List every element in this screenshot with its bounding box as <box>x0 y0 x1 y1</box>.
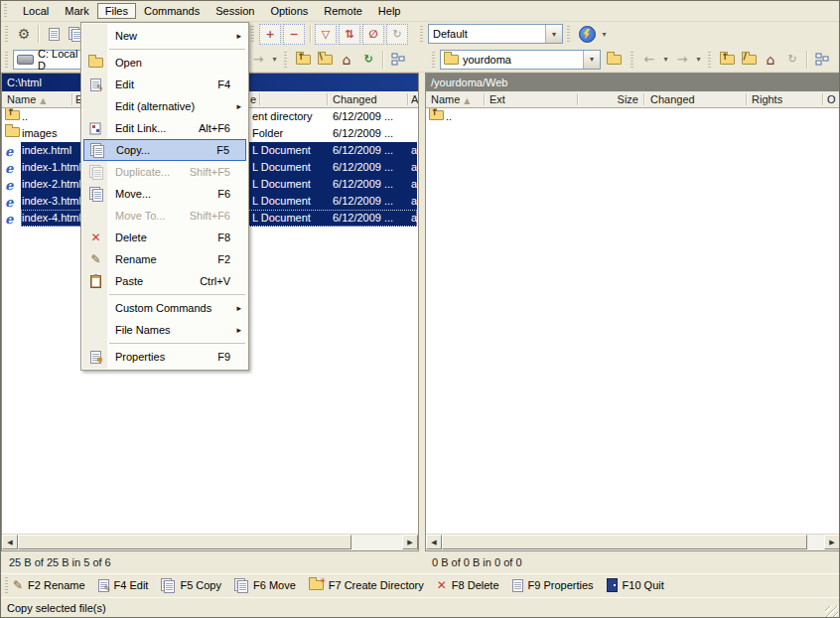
toolbar-grip[interactable] <box>5 52 8 68</box>
invert-selection-button[interactable]: ⇅ <box>339 24 360 45</box>
remote-parent-dir-button[interactable]: ↑ <box>716 49 738 70</box>
menu-local[interactable]: Local <box>15 3 57 19</box>
session-combo[interactable]: Default ▾ <box>428 24 563 44</box>
menu-remote[interactable]: Remote <box>316 3 370 19</box>
toolbar-grip[interactable] <box>630 52 633 68</box>
column-divider[interactable] <box>259 93 261 105</box>
local-refresh-button[interactable]: ↻ <box>357 49 379 70</box>
remote-refresh-button[interactable]: ↻ <box>781 49 803 70</box>
restore-selection-button[interactable]: ↻ <box>386 24 408 45</box>
remote-tree-button[interactable] <box>811 49 833 70</box>
column-attr[interactable]: A <box>411 91 418 107</box>
column-divider[interactable] <box>327 93 329 105</box>
remote-back-button[interactable]: ← <box>638 49 660 70</box>
column-changed[interactable]: Changed <box>333 91 377 107</box>
f7-create-directory-button[interactable]: ✳ F7 Create Directory <box>309 579 424 591</box>
column-name[interactable]: Name▲ <box>7 91 47 107</box>
menu-item-edit[interactable]: ✎ Edit F4 <box>83 74 246 95</box>
toolbar-grip[interactable] <box>284 52 287 68</box>
local-root-dir-button[interactable]: \ <box>314 49 336 70</box>
local-drive-combo[interactable]: C: Local D <box>13 50 84 70</box>
toolbar-grip[interactable] <box>567 26 570 42</box>
select-files-button[interactable]: + <box>259 24 281 45</box>
remote-dir-combo[interactable]: yourdoma ▾ <box>440 50 601 70</box>
menu-item-properties[interactable]: ✱ Properties F9 <box>83 346 246 368</box>
menu-item-rename[interactable]: ✎ Rename F2 <box>83 248 246 270</box>
scrollbar-thumb[interactable] <box>442 535 807 549</box>
scrollbar-thumb[interactable] <box>18 535 351 549</box>
column-changed[interactable]: Changed <box>650 91 695 107</box>
f5-copy-button[interactable]: F5 Copy <box>161 578 221 592</box>
local-home-dir-button[interactable]: ⌂ <box>336 49 357 70</box>
toolbar-grip[interactable] <box>4 4 7 18</box>
menu-item-edit-link[interactable]: Edit Link... Alt+F6 <box>83 117 246 139</box>
chevron-down-icon[interactable]: ▾ <box>693 49 704 70</box>
column-ext[interactable]: Ext <box>490 91 505 107</box>
column-divider[interactable] <box>643 93 645 105</box>
open-directory-button[interactable] <box>601 49 627 70</box>
remote-forward-button[interactable]: → <box>671 49 693 70</box>
menu-files[interactable]: Files <box>97 3 136 19</box>
scroll-right-button[interactable]: ▶ <box>824 535 840 549</box>
menu-item-move[interactable]: Move... F6 <box>83 183 246 205</box>
column-divider[interactable] <box>822 93 824 105</box>
session-log-button[interactable] <box>43 24 65 45</box>
scroll-left-button[interactable]: ◀ <box>2 535 18 549</box>
chevron-down-icon[interactable]: ▾ <box>269 49 280 70</box>
column-divider[interactable] <box>407 93 409 105</box>
menu-help[interactable]: Help <box>370 3 409 19</box>
chevron-down-icon[interactable]: ▾ <box>599 24 610 45</box>
menu-item-edit-alternative[interactable]: Edit (alternative) <box>83 95 246 117</box>
column-size[interactable]: Size <box>583 91 638 107</box>
column-name[interactable]: Name▲ <box>431 91 471 107</box>
remote-home-dir-button[interactable]: ⌂ <box>760 49 781 70</box>
menu-item-open[interactable]: Open <box>83 52 246 74</box>
menu-mark[interactable]: Mark <box>57 3 96 19</box>
menu-item-move-to[interactable]: Move To... Shift+F6 <box>83 205 246 227</box>
menu-item-new[interactable]: New <box>83 25 246 47</box>
f8-delete-button[interactable]: ✕ F8 Delete <box>437 578 499 592</box>
f4-edit-button[interactable]: ✎ F4 Edit <box>98 579 149 592</box>
toolbar-grip[interactable] <box>251 26 254 42</box>
menu-session[interactable]: Session <box>208 3 262 19</box>
column-divider[interactable] <box>577 93 579 105</box>
local-tree-button[interactable] <box>387 49 409 70</box>
chevron-down-icon[interactable]: ▾ <box>660 49 671 70</box>
column-size-fragment[interactable]: e <box>250 91 256 107</box>
toolbar-grip[interactable] <box>5 26 8 42</box>
chevron-down-icon[interactable]: ▾ <box>583 51 600 69</box>
remote-path-bar[interactable]: /yourdoma/Web <box>426 74 840 91</box>
unselect-files-button[interactable]: − <box>283 24 305 45</box>
f9-properties-button[interactable]: F9 Properties <box>512 579 594 592</box>
column-divider[interactable] <box>746 93 748 105</box>
menu-options[interactable]: Options <box>262 3 316 19</box>
column-divider[interactable] <box>71 93 73 105</box>
menu-commands[interactable]: Commands <box>136 3 208 19</box>
column-divider[interactable] <box>484 93 486 105</box>
transfer-settings-button[interactable] <box>575 24 599 45</box>
f6-move-button[interactable]: F6 Move <box>234 578 296 592</box>
clear-selection-button[interactable]: ∅ <box>362 24 384 45</box>
file-row[interactable]: ↑ .. <box>426 108 840 125</box>
preferences-button[interactable]: ⚙ <box>13 24 35 45</box>
filter-button[interactable]: ▽ <box>315 24 337 45</box>
toolbar-grip[interactable] <box>420 26 423 42</box>
column-owner[interactable]: O <box>827 91 836 107</box>
menu-item-duplicate[interactable]: Duplicate... Shift+F5 <box>83 161 246 183</box>
local-forward-button[interactable]: → <box>247 49 269 70</box>
menu-item-file-names[interactable]: File Names <box>83 319 246 341</box>
menu-item-delete[interactable]: ✕ Delete F8 <box>83 227 246 248</box>
toolbar-grip[interactable] <box>5 577 8 593</box>
menu-item-paste[interactable]: Paste Ctrl+V <box>83 270 246 292</box>
f2-rename-button[interactable]: ✎ F2 Rename <box>13 578 85 592</box>
scroll-right-button[interactable]: ▶ <box>402 535 418 549</box>
remote-root-dir-button[interactable]: / <box>738 49 760 70</box>
column-rights[interactable]: Rights <box>752 91 782 107</box>
toolbar-grip[interactable] <box>432 52 435 68</box>
resize-grip[interactable] <box>825 606 838 618</box>
local-parent-dir-button[interactable]: ↑ <box>292 49 314 70</box>
chevron-down-icon[interactable]: ▾ <box>545 25 562 43</box>
toolbar-grip[interactable] <box>708 52 711 68</box>
menu-item-copy[interactable]: Copy... F5 <box>83 139 246 161</box>
menu-item-custom-commands[interactable]: Custom Commands <box>83 297 246 319</box>
